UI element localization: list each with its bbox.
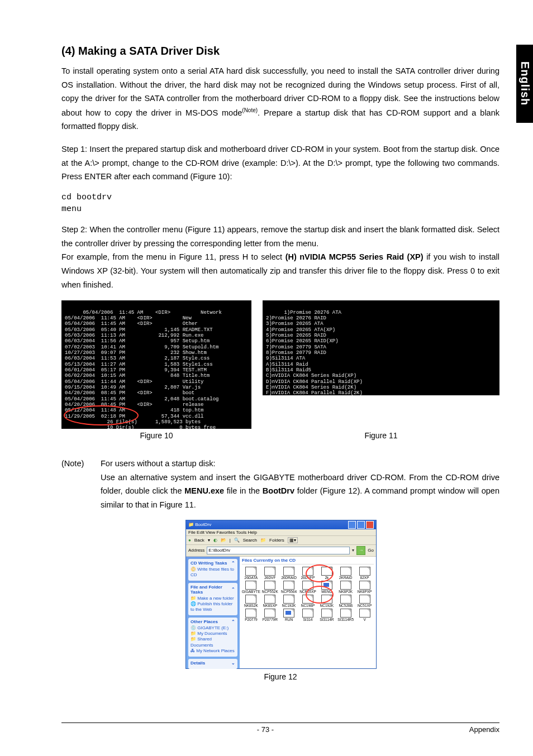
- file-item[interactable]: NCP55XP: [299, 581, 317, 594]
- sidebar-my-documents[interactable]: 📁 My Documents: [191, 631, 235, 637]
- file-pane[interactable]: Files Currently on the CD 26DATA26DVF26D…: [240, 557, 376, 668]
- maximize-button[interactable]: [357, 521, 365, 529]
- figure-10-dosbox: 05/04/2006 11:45 AM <DIR> Network 05/04/…: [61, 300, 251, 429]
- file-item[interactable]: NK8P2K: [336, 581, 355, 594]
- command-1: cd bootdrv: [61, 193, 499, 202]
- sidebar-network[interactable]: 🖧 My Network Places: [191, 648, 235, 654]
- file-item[interactable]: GIGABYTE: [242, 581, 260, 594]
- file-item[interactable]: NCP5564: [280, 581, 298, 594]
- figure-12-caption: Figure 12: [185, 672, 375, 681]
- file-item[interactable]: 26DVFP: [299, 567, 317, 580]
- figure-11-caption: Figure 11: [263, 431, 499, 440]
- sidebar-new-folder[interactable]: 📁 Make a new folder: [191, 596, 235, 601]
- figure-10-caption: Figure 10: [61, 431, 251, 440]
- file-item[interactable]: NC528B: [336, 595, 355, 607]
- highlight-ellipse-commands: [64, 405, 139, 425]
- section-title: (4) Making a SATA Driver Disk: [61, 45, 499, 58]
- minimize-button[interactable]: [348, 521, 356, 529]
- file-item[interactable]: 82XP: [355, 567, 374, 580]
- file-item[interactable]: RUN: [280, 609, 298, 621]
- sidebar-drive[interactable]: 💿 GIGABYTE (E:): [191, 625, 235, 631]
- file-item[interactable]: NK8S2K: [242, 595, 260, 607]
- command-2: menu: [61, 204, 499, 214]
- footer-section: Appendix: [469, 725, 499, 734]
- file-pane-header: Files Currently on the CD: [242, 558, 374, 564]
- sidebar-shared[interactable]: 📁 Shared Documents: [191, 637, 235, 648]
- file-item[interactable]: P20779: [242, 609, 260, 621]
- go-button[interactable]: →: [356, 546, 365, 555]
- file-item[interactable]: SI314: [299, 609, 317, 621]
- file-item[interactable]: MENU: [317, 581, 336, 594]
- file-item[interactable]: NC192K: [280, 595, 298, 607]
- note-label: (Note): [61, 457, 101, 512]
- window-titlebar[interactable]: 📁 BootDrv: [186, 520, 376, 529]
- language-tab: English: [516, 45, 533, 123]
- figure-12-explorer-window: 📁 BootDrv File Edit View Favorites Tools…: [185, 520, 377, 669]
- page-number: - 73 -: [257, 725, 274, 734]
- file-item[interactable]: NK8PXP: [355, 581, 374, 594]
- address-bar[interactable]: Address ▾ → Go: [186, 545, 376, 557]
- paragraph-step2: Step 2: When the controller menu (Figure…: [61, 223, 499, 250]
- file-item[interactable]: 26DATA: [242, 567, 260, 580]
- paragraph-step1: Step 1: Insert the prepared startup disk…: [61, 142, 499, 184]
- file-item[interactable]: NC198P: [299, 595, 317, 607]
- file-item[interactable]: NC51XP: [355, 595, 374, 607]
- sidebar-publish[interactable]: 🌐 Publish this folder to the Web: [191, 601, 235, 613]
- figure-11-dosbox: 1)Promise 20276 ATA 2)Promise 20276 RAID…: [263, 300, 499, 395]
- file-item[interactable]: NK8SXP: [261, 595, 279, 607]
- sidebar-write-files[interactable]: 📀 Write these files to CD: [191, 567, 235, 578]
- close-button[interactable]: [366, 521, 374, 529]
- file-item[interactable]: P20779R: [261, 609, 279, 621]
- address-input[interactable]: [207, 547, 350, 554]
- file-item[interactable]: 26DVF: [261, 567, 279, 580]
- file-item[interactable]: NC192K: [317, 595, 336, 607]
- paragraph-example: For example, from the menu in Figure 11,…: [61, 250, 499, 291]
- note-body: For users without a startup disk: Use an…: [101, 457, 499, 512]
- explorer-sidebar: CD Writing Tasks⌃ 📀 Write these files to…: [186, 557, 240, 668]
- file-item[interactable]: SI3114R: [317, 609, 336, 621]
- file-item[interactable]: V: [355, 609, 374, 621]
- file-item[interactable]: 2KRAID: [336, 567, 355, 580]
- menu-bar[interactable]: File Edit View Favorites Tools Help: [186, 529, 376, 536]
- paragraph-intro: To install operating system onto a seria…: [61, 64, 499, 133]
- file-item[interactable]: NCP552K: [261, 581, 279, 594]
- toolbar[interactable]: ● Back ▾ ◐ 📂 | 🔍Search 📁Folders ▦▾: [186, 536, 376, 545]
- file-item[interactable]: 2k: [317, 567, 336, 580]
- file-item[interactable]: SI3114R5: [336, 609, 355, 621]
- file-item[interactable]: 26DRAID: [280, 567, 298, 580]
